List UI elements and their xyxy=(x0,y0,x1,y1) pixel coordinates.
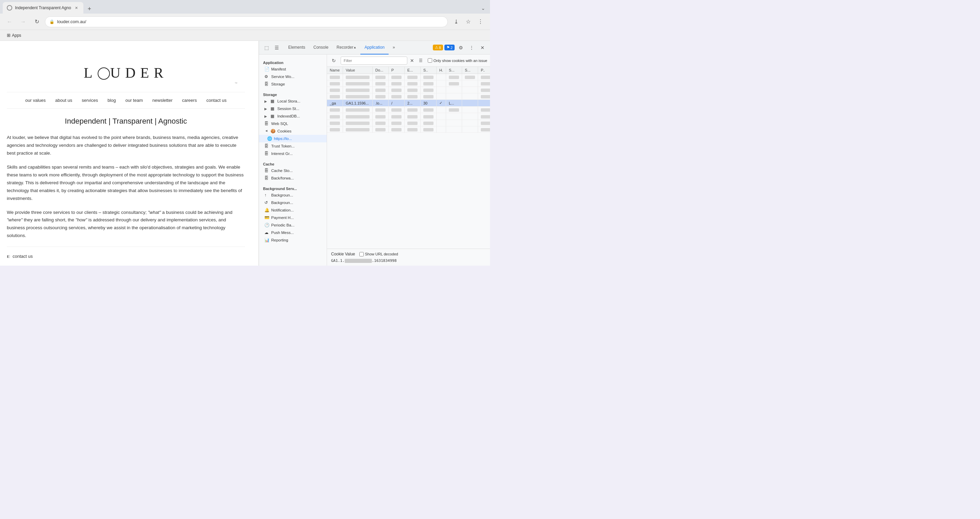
inspect-element-button[interactable]: ⬚ xyxy=(262,43,271,53)
nav-contact-us[interactable]: contact us xyxy=(206,98,226,103)
nav-newsletter[interactable]: newsletter xyxy=(153,98,172,103)
sidebar-item-session-storage[interactable]: ▶ ▦Session St... xyxy=(259,105,327,112)
storage-icon: 🗄 xyxy=(264,82,269,86)
download-button[interactable]: ⤓ xyxy=(450,16,461,27)
back-button[interactable]: ← xyxy=(4,16,15,27)
web-sql-icon: 🗄 xyxy=(264,121,269,126)
devtools-right-actions: ⚠ 8 ⚑ 2 ⚙ ⋮ ✕ xyxy=(433,43,487,53)
sidebar-section-background-services: Background Serv... ↑Backgroun... ↺Backgr… xyxy=(259,183,327,245)
tab-recorder[interactable]: Recorder ▲ xyxy=(332,41,360,54)
table-row[interactable] xyxy=(327,93,490,100)
nav-services[interactable]: services xyxy=(82,98,98,103)
nav-our-team[interactable]: our team xyxy=(125,98,143,103)
nav-about-us[interactable]: about us xyxy=(55,98,72,103)
table-row[interactable] xyxy=(327,74,490,80)
cookies-arrow: ▼ xyxy=(265,129,269,133)
row-value-cell xyxy=(343,74,372,80)
sidebar-section-cache: Cache 🗄Cache Sto... 🗄Back/forwa... xyxy=(259,159,327,183)
periodic-sync-icon: 🕐 xyxy=(264,223,269,227)
apps-bookmark[interactable]: ⊞ Apps xyxy=(4,32,24,38)
site-logo: LUDER ™ xyxy=(7,54,245,92)
menu-button[interactable]: ⋮ xyxy=(475,16,486,27)
address-bar[interactable]: 🔒 louder.com.au/ xyxy=(45,16,448,27)
sidebar-item-notifications[interactable]: 🔔Notification... xyxy=(259,206,327,214)
sidebar-item-cache-storage[interactable]: 🗄Cache Sto... xyxy=(259,167,327,174)
sidebar-item-background-sync[interactable]: ↺Backgroun... xyxy=(259,199,327,206)
tab-menu-button[interactable]: ⌄ xyxy=(479,4,487,12)
nav-careers[interactable]: careers xyxy=(182,98,197,103)
devtools-tabs: Elements Console Recorder ▲ Application … xyxy=(284,41,399,54)
sidebar-item-payment-handler[interactable]: 💳Payment H... xyxy=(259,214,327,221)
table-row[interactable] xyxy=(327,80,490,87)
sidebar-section-title-storage: Storage xyxy=(259,91,327,97)
sidebar-item-interest-groups[interactable]: 🗄Interest Gr... xyxy=(259,150,327,157)
sidebar-section-title-cache: Cache xyxy=(259,160,327,167)
col-name: Name xyxy=(327,67,343,74)
bookmark-button[interactable]: ☆ xyxy=(463,16,474,27)
sidebar-item-periodic-background-sync[interactable]: 🕐Periodic Ba... xyxy=(259,221,327,229)
active-tab[interactable]: Independent Transparent Agno ✕ xyxy=(3,2,83,14)
nav-our-values[interactable]: our values xyxy=(25,98,46,103)
warning-badge[interactable]: ⚠ 8 xyxy=(433,45,443,50)
only-show-issues-checkbox[interactable]: Only show cookies with an issue xyxy=(428,58,487,63)
sidebar-item-cookies[interactable]: ▼ 🍪Cookies xyxy=(259,127,327,135)
footer-contact-link[interactable]: contact us xyxy=(13,254,33,259)
filter-columns-button[interactable]: ☰ xyxy=(417,56,425,65)
filter-input[interactable] xyxy=(340,56,407,65)
tab-close-button[interactable]: ✕ xyxy=(74,5,79,11)
tab-console[interactable]: Console xyxy=(309,41,332,54)
logo-o xyxy=(98,67,110,80)
background-sync-icon: ↺ xyxy=(264,200,269,205)
refresh-button[interactable]: ↻ xyxy=(31,16,42,27)
sidebar-item-trust-tokens[interactable]: 🗄Trust Token... xyxy=(259,142,327,150)
cookie-value-label: Cookie Value xyxy=(331,252,355,256)
lock-icon: 🔒 xyxy=(49,19,54,24)
sidebar-item-cookies-url[interactable]: 🌐https://lo... xyxy=(259,135,327,142)
col-priority: P.. xyxy=(478,67,490,74)
col-samesite: S... xyxy=(462,67,478,74)
sidebar-item-manifest[interactable]: 📄Manifest xyxy=(259,65,327,73)
tab-bar: Independent Transparent Agno ✕ + ⌄ xyxy=(0,0,490,14)
sidebar-item-background-fetch[interactable]: ↑Backgroun... xyxy=(259,192,327,199)
forward-button[interactable]: → xyxy=(18,16,29,27)
settings-button[interactable]: ⚙ xyxy=(456,43,466,53)
sidebar-item-indexed-db[interactable]: ▶ ▦IndexedDB... xyxy=(259,112,327,120)
sidebar-item-service-workers[interactable]: ⚙Service Wo... xyxy=(259,73,327,80)
close-devtools-button[interactable]: ✕ xyxy=(478,43,487,53)
session-storage-icon: ▦ xyxy=(270,106,275,111)
show-url-decoded-option[interactable]: Show URL decoded xyxy=(360,252,398,256)
highlighted-value: GA1.1.1596... xyxy=(343,100,372,107)
sidebar-item-reporting[interactable]: 📊Reporting xyxy=(259,236,327,244)
device-toolbar-button[interactable]: ☰ xyxy=(272,43,282,53)
new-tab-button[interactable]: + xyxy=(85,4,94,14)
tab-more[interactable]: » xyxy=(388,41,399,54)
table-row[interactable] xyxy=(327,87,490,93)
show-url-decoded-checkbox[interactable] xyxy=(360,252,364,256)
sidebar-item-local-storage[interactable]: ▶ ▦Local Stora... xyxy=(259,97,327,105)
filter-clear-button[interactable]: ✕ xyxy=(410,58,414,63)
sidebar-item-push-messaging[interactable]: ☁Push Mess... xyxy=(259,229,327,236)
background-fetch-icon: ↑ xyxy=(264,193,269,198)
filter-refresh-button[interactable]: ↻ xyxy=(330,56,338,65)
table-row[interactable] xyxy=(327,120,490,126)
table-row[interactable] xyxy=(327,126,490,133)
sidebar-item-web-sql[interactable]: 🗄Web SQL xyxy=(259,120,327,127)
tab-title: Independent Transparent Agno xyxy=(15,5,71,10)
sidebar-section-title-bg-services: Background Serv... xyxy=(259,185,327,192)
col-size: S.. xyxy=(421,67,437,74)
nav-blog[interactable]: blog xyxy=(108,98,116,103)
more-options-button[interactable]: ⋮ xyxy=(467,43,476,53)
table-row[interactable] xyxy=(327,107,490,113)
cookie-table-container: Name Value Do... P E... S.. H. S... S... xyxy=(327,67,490,249)
col-path: P xyxy=(388,67,404,74)
tab-application[interactable]: Application xyxy=(360,41,388,54)
sidebar-item-back-forward-cache[interactable]: 🗄Back/forwa... xyxy=(259,174,327,182)
issues-badge[interactable]: ⚑ 2 xyxy=(444,45,455,50)
sidebar-item-storage[interactable]: 🗄Storage xyxy=(259,80,327,88)
table-row-highlighted[interactable]: _ga GA1.1.1596... .lo... / 2... 30 ✓ L..… xyxy=(327,100,490,107)
table-row[interactable] xyxy=(327,113,490,120)
highlighted-samesite: L... xyxy=(446,100,462,107)
col-httponly: H. xyxy=(437,67,446,74)
only-issues-check[interactable] xyxy=(428,58,432,63)
tab-elements[interactable]: Elements xyxy=(284,41,309,54)
